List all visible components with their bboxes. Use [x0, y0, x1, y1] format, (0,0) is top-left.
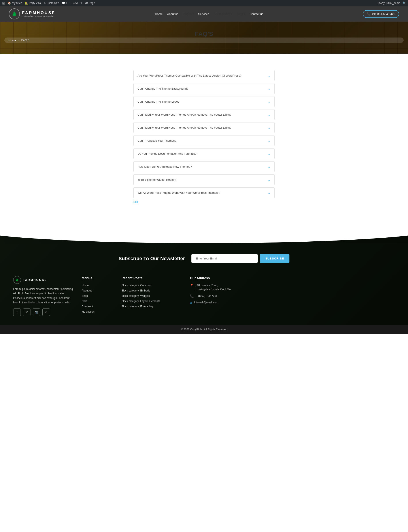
- faq-item-8: How Often Do You Release New Themes? ⌄: [133, 161, 275, 172]
- footer-top-wave: [0, 228, 408, 243]
- footer-area: Subscribe To Our Newsletter SUBSCRIBE 🌲 …: [0, 243, 408, 325]
- faq-hero-banner: FAQ'S Home > FAQ'S: [0, 22, 408, 54]
- newsletter-form: SUBSCRIBE: [191, 254, 289, 263]
- footer-col-recent-posts: Recent Posts Block category: Common Bloc…: [121, 276, 183, 316]
- newsletter-section: Subscribe To Our Newsletter SUBSCRIBE: [0, 243, 408, 269]
- breadcrumb-current: FAQ'S: [21, 39, 29, 42]
- admin-new[interactable]: + New: [70, 1, 78, 5]
- address-email: ✉ infomail@email.com: [190, 300, 238, 305]
- copyright-text: © 2022 CopyRight. All Rights Reserved: [181, 328, 227, 331]
- recent-posts-list: Block category: Common Block category: E…: [121, 283, 183, 308]
- email-input[interactable]: [191, 254, 258, 263]
- post-link-5[interactable]: Block category: Formatting: [121, 305, 153, 308]
- nav-blog[interactable]: Blog ▾: [237, 12, 245, 16]
- admin-search-icon[interactable]: 🔍: [402, 1, 406, 5]
- faq-question-9[interactable]: Is This Theme Widget Ready? ⌄: [134, 175, 274, 185]
- menu-cart[interactable]: Cart: [82, 300, 87, 303]
- chevron-down-icon: ⌄: [268, 113, 271, 117]
- list-item: Checkout: [82, 305, 115, 308]
- faq-item-9: Is This Theme Widget Ready? ⌄: [133, 174, 275, 185]
- list-item: Block category: Layout Elements: [121, 299, 183, 303]
- faq-question-10[interactable]: Will All WordPress Plugins Work With You…: [134, 188, 274, 198]
- newsletter-title: Subscribe To Our Newsletter: [119, 256, 185, 261]
- footer-logo-name: FARMHOUSE: [23, 278, 47, 282]
- chevron-down-icon: ⌄: [268, 125, 271, 130]
- phone-button[interactable]: 📞 +91 831-6349-429: [363, 10, 399, 18]
- footer-bottom: © 2022 CopyRight. All Rights Reserved: [0, 325, 408, 334]
- nav-pages[interactable]: Pages ▾: [183, 12, 194, 16]
- list-item: Shop: [82, 294, 115, 298]
- admin-customize[interactable]: ✎ Customize: [43, 1, 59, 5]
- faq-question-6[interactable]: Can I Translate Your Themes? ⌄: [134, 135, 274, 146]
- post-link-1[interactable]: Block category: Common: [121, 284, 151, 287]
- faq-item-1: Are Your WordPress Themes Compatible Wit…: [133, 70, 275, 81]
- faq-question-7[interactable]: Do You Provide Documentation And Tutoria…: [134, 149, 274, 159]
- nav-shortcodes[interactable]: Short codes ▾: [214, 12, 232, 16]
- faq-item-7: Do You Provide Documentation And Tutoria…: [133, 148, 275, 159]
- chevron-down-icon: ⌄: [268, 74, 271, 78]
- admin-my-sites[interactable]: 🏠 My Sites: [8, 1, 22, 5]
- breadcrumb: Home > FAQ'S: [4, 38, 404, 43]
- logo-icon: 🌲: [9, 8, 20, 19]
- admin-site-name[interactable]: 🏡 Party Villa: [25, 1, 41, 5]
- nav-services[interactable]: Services: [198, 12, 209, 16]
- post-link-4[interactable]: Block category: Layout Elements: [121, 300, 160, 303]
- post-link-3[interactable]: Block category: Widgets: [121, 294, 150, 298]
- pinterest-icon[interactable]: P: [23, 308, 30, 316]
- menu-checkout[interactable]: Checkout: [82, 305, 93, 308]
- logo-name: FARMHOUSE: [22, 11, 55, 15]
- faq-question-8[interactable]: How Often Do You Release New Themes? ⌄: [134, 162, 274, 172]
- footer-col-menus: Menus Home About us Shop Cart Checkout M…: [82, 276, 115, 316]
- address-location: 📍 110 Lorence Road, Los Angeles County, …: [190, 283, 238, 291]
- footer-logo-icon: 🌲: [13, 276, 21, 284]
- faq-question-1[interactable]: Are Your WordPress Themes Compatible Wit…: [134, 70, 274, 81]
- chevron-down-icon: ⌄: [268, 165, 271, 169]
- faq-question-4[interactable]: Can I Modify Your WordPress Themes And/O…: [134, 109, 274, 120]
- nav-contact[interactable]: Contact us: [249, 12, 263, 16]
- menu-home[interactable]: Home: [82, 284, 89, 287]
- faq-question-5[interactable]: Can I Modify Your WordPress Themes And/O…: [134, 123, 274, 133]
- faq-item-5: Can I Modify Your WordPress Themes And/O…: [133, 122, 275, 133]
- menus-title: Menus: [82, 276, 115, 280]
- chevron-down-icon: ⌄: [268, 152, 271, 156]
- white-gap: [0, 210, 408, 228]
- admin-edit-page[interactable]: ✎ Edit Page: [80, 1, 95, 5]
- breadcrumb-separator: >: [18, 39, 20, 42]
- menu-myaccount[interactable]: My account: [82, 310, 95, 313]
- footer-logo: 🌲 FARMHOUSE: [13, 276, 75, 284]
- menu-shop[interactable]: Shop: [82, 294, 88, 298]
- facebook-icon[interactable]: f: [13, 308, 21, 316]
- address-phone: 📞 + 1(902)-720-7016: [190, 294, 238, 298]
- hero-bottom-curve: [0, 54, 408, 64]
- admin-bar: ⊞ 🏠 My Sites 🏡 Party Villa ✎ Customize 💬…: [0, 0, 408, 6]
- footer-col-about: 🌲 FARMHOUSE Lorem ipsum dolor sit amet, …: [13, 276, 75, 316]
- chevron-down-icon: ⌄: [268, 139, 271, 143]
- faq-item-3: Can I Change The Theme Logo? ⌄: [133, 96, 275, 107]
- faq-item-2: Can I Change The Theme Background? ⌄: [133, 83, 275, 94]
- email-icon: ✉: [190, 301, 193, 305]
- wp-logo-icon[interactable]: ⊞: [2, 1, 5, 5]
- nav-about[interactable]: About us: [167, 12, 178, 16]
- recent-posts-title: Recent Posts: [121, 276, 183, 280]
- chevron-down-icon: ⌄: [268, 191, 271, 195]
- faq-section: Are Your WordPress Themes Compatible Wit…: [129, 70, 279, 203]
- subscribe-button[interactable]: SUBSCRIBE: [260, 254, 289, 263]
- admin-user-greeting: Howdy, luzuk_demo: [377, 1, 400, 5]
- faq-item-6: Can I Translate Your Themes? ⌄: [133, 135, 275, 146]
- menu-about[interactable]: About us: [82, 289, 92, 292]
- faq-item-4: Can I Modify Your WordPress Themes And/O…: [133, 109, 275, 120]
- logo-tagline: Just another Luzuk Demo Sites site: [22, 15, 55, 17]
- list-item: Block category: Widgets: [121, 294, 183, 298]
- faq-question-2[interactable]: Can I Change The Theme Background? ⌄: [134, 83, 274, 94]
- nav-home[interactable]: Home: [155, 12, 163, 16]
- logo-text: FARMHOUSE Just another Luzuk Demo Sites …: [22, 11, 55, 17]
- post-link-2[interactable]: Block category: Embeds: [121, 289, 150, 292]
- breadcrumb-home[interactable]: Home: [8, 39, 16, 42]
- page-title: FAQ'S: [4, 30, 404, 38]
- instagram-icon[interactable]: 📷: [33, 308, 40, 316]
- address-title: Our Address: [190, 276, 238, 280]
- admin-comments[interactable]: 💬 1: [62, 1, 68, 5]
- edit-link[interactable]: Edit: [133, 200, 275, 203]
- faq-question-3[interactable]: Can I Change The Theme Logo? ⌄: [134, 96, 274, 107]
- linkedin-icon[interactable]: in: [42, 308, 50, 316]
